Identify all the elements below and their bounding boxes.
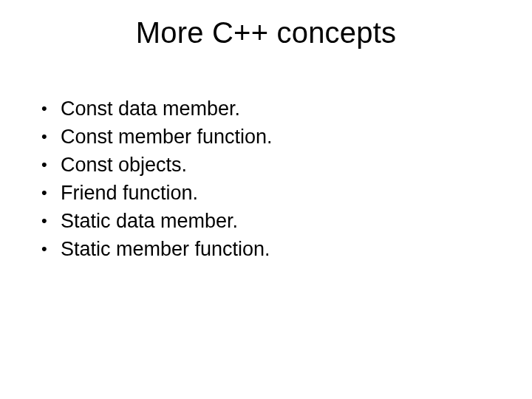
slide-title: More C++ concepts bbox=[0, 16, 532, 50]
list-item: Friend function. bbox=[37, 180, 480, 207]
slide-body: Const data member. Const member function… bbox=[37, 96, 480, 264]
list-item: Const member function. bbox=[37, 124, 480, 151]
list-item: Static data member. bbox=[37, 208, 480, 235]
list-item: Static member function. bbox=[37, 236, 480, 263]
bullet-list: Const data member. Const member function… bbox=[37, 96, 480, 262]
list-item: Const objects. bbox=[37, 152, 480, 179]
slide: More C++ concepts Const data member. Con… bbox=[0, 0, 532, 399]
list-item: Const data member. bbox=[37, 96, 480, 123]
